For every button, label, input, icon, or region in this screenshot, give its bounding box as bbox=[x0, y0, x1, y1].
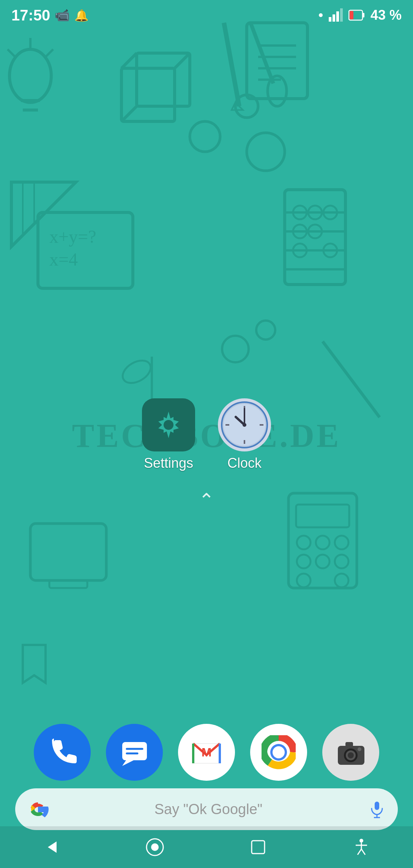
svg-point-94 bbox=[358, 747, 361, 751]
clock-face-icon bbox=[220, 400, 269, 450]
camera-dock-icon[interactable] bbox=[322, 724, 379, 781]
google-logo bbox=[27, 798, 49, 821]
svg-line-16 bbox=[121, 53, 137, 68]
accessibility-icon bbox=[352, 838, 371, 857]
svg-point-102 bbox=[359, 839, 363, 843]
svg-point-92 bbox=[348, 752, 354, 758]
svg-point-46 bbox=[297, 536, 311, 549]
svg-rect-45 bbox=[296, 505, 349, 527]
dock: M bbox=[34, 724, 379, 781]
svg-point-88 bbox=[273, 746, 285, 758]
svg-rect-64 bbox=[363, 13, 364, 17]
svg-point-47 bbox=[316, 536, 329, 549]
svg-rect-44 bbox=[288, 493, 357, 588]
svg-point-49 bbox=[297, 555, 311, 568]
svg-rect-59 bbox=[329, 17, 331, 22]
svg-point-53 bbox=[335, 574, 348, 587]
phone-icon bbox=[46, 736, 79, 769]
status-bar: 17:50 📹 🔔 43 % bbox=[0, 0, 413, 30]
recents-icon bbox=[249, 838, 268, 857]
microphone-icon bbox=[368, 800, 386, 818]
battery-icon bbox=[348, 8, 365, 22]
gmail-dock-icon[interactable]: M bbox=[178, 724, 235, 781]
camera-icon bbox=[335, 736, 367, 769]
svg-point-55 bbox=[222, 336, 249, 362]
svg-marker-54 bbox=[23, 645, 46, 683]
app-drawer-arrow[interactable]: ⌃ bbox=[199, 489, 214, 511]
svg-point-48 bbox=[335, 536, 348, 549]
svg-point-21 bbox=[190, 121, 220, 152]
mic-icon[interactable] bbox=[367, 800, 386, 819]
clock-app-icon[interactable]: Clock bbox=[218, 398, 271, 471]
svg-text:M: M bbox=[202, 745, 212, 759]
svg-point-76 bbox=[243, 423, 246, 427]
svg-line-19 bbox=[224, 23, 239, 106]
svg-line-5 bbox=[46, 49, 53, 57]
svg-line-18 bbox=[121, 106, 137, 121]
svg-line-41 bbox=[323, 341, 380, 417]
svg-rect-60 bbox=[333, 14, 335, 22]
settings-gear-icon bbox=[151, 408, 186, 442]
svg-line-17 bbox=[175, 53, 190, 68]
messages-dock-icon[interactable] bbox=[106, 724, 163, 781]
svg-rect-93 bbox=[345, 742, 353, 747]
settings-label: Settings bbox=[144, 455, 193, 471]
svg-text:x=4: x=4 bbox=[49, 249, 78, 269]
svg-rect-62 bbox=[340, 8, 343, 22]
svg-point-50 bbox=[316, 555, 329, 568]
battery-percent: 43 % bbox=[370, 7, 402, 23]
back-icon bbox=[42, 838, 61, 857]
svg-marker-79 bbox=[122, 760, 134, 766]
app-grid: Settings Clock bbox=[142, 398, 271, 471]
signal-icon bbox=[328, 8, 343, 23]
dot-indicator bbox=[319, 13, 323, 17]
accessibility-button[interactable] bbox=[346, 832, 377, 862]
recents-button[interactable] bbox=[243, 832, 273, 862]
svg-point-67 bbox=[164, 420, 173, 430]
video-icon: 📹 bbox=[55, 8, 70, 22]
svg-point-23 bbox=[247, 133, 285, 171]
svg-rect-78 bbox=[122, 742, 147, 760]
svg-line-105 bbox=[358, 849, 361, 855]
svg-point-0 bbox=[9, 49, 51, 102]
phone-dock-icon[interactable] bbox=[34, 724, 91, 781]
svg-rect-42 bbox=[30, 524, 106, 580]
svg-rect-101 bbox=[252, 841, 265, 854]
svg-rect-61 bbox=[336, 11, 339, 22]
svg-line-4 bbox=[8, 49, 15, 57]
svg-text:x+y=?: x+y=? bbox=[49, 226, 96, 247]
svg-point-52 bbox=[297, 574, 311, 587]
clock-icon-bg bbox=[218, 398, 271, 451]
home-icon bbox=[145, 838, 164, 857]
notification-icon: 🔔 bbox=[74, 9, 88, 22]
svg-marker-98 bbox=[48, 841, 57, 853]
svg-rect-95 bbox=[375, 802, 379, 810]
svg-rect-65 bbox=[350, 11, 353, 19]
svg-point-100 bbox=[151, 843, 159, 851]
bottom-nav bbox=[0, 826, 413, 868]
messages-icon bbox=[118, 736, 151, 769]
svg-point-58 bbox=[119, 356, 154, 387]
status-right: 43 % bbox=[319, 7, 402, 23]
svg-line-106 bbox=[361, 849, 365, 855]
settings-icon-bg bbox=[142, 398, 195, 451]
svg-point-56 bbox=[256, 321, 275, 340]
clock-label: Clock bbox=[227, 455, 262, 471]
svg-line-39 bbox=[251, 23, 273, 83]
chrome-icon bbox=[262, 735, 296, 769]
back-button[interactable] bbox=[36, 832, 67, 862]
settings-app-icon[interactable]: Settings bbox=[142, 398, 195, 471]
status-left: 17:50 📹 🔔 bbox=[11, 7, 88, 24]
search-bar[interactable]: Say "Ok Google" bbox=[15, 788, 398, 830]
status-time: 17:50 bbox=[11, 7, 50, 24]
svg-point-51 bbox=[335, 555, 348, 568]
gmail-icon: M bbox=[189, 735, 224, 769]
chrome-dock-icon[interactable] bbox=[250, 724, 307, 781]
home-button[interactable] bbox=[140, 832, 170, 862]
search-placeholder: Say "Ok Google" bbox=[57, 801, 360, 818]
